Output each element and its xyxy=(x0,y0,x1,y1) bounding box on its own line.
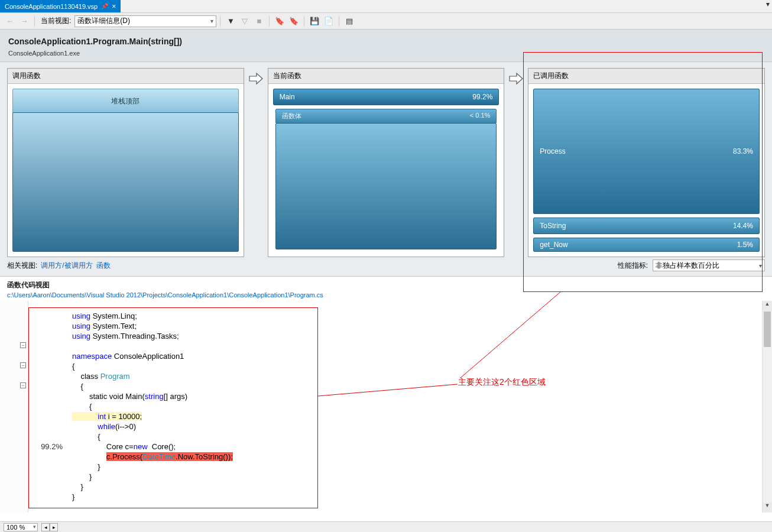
fold-icon[interactable]: − xyxy=(20,342,26,348)
view-select[interactable]: 函数详细信息(D) xyxy=(74,15,216,27)
hide-marker-icon[interactable]: 🔖 xyxy=(287,15,300,28)
related-views: 相关视图: 调用方/被调用方 函数 xyxy=(7,261,111,271)
clear-filter-icon[interactable]: ▽ xyxy=(238,15,251,28)
stop-icon[interactable]: ■ xyxy=(252,15,265,28)
current-function-body[interactable]: 函数体 < 0.1% xyxy=(275,109,497,124)
called-item-name: get_Now xyxy=(540,241,567,249)
scroll-down-icon[interactable]: ▼ xyxy=(763,502,772,512)
tab-filename: ConsoleApplication1130419.vsp xyxy=(5,3,98,10)
separator xyxy=(34,16,35,27)
view-select-value: 函数详细信息(D) xyxy=(77,16,130,26)
forward-button[interactable]: → xyxy=(18,15,31,28)
annotation-text: 主要关注这2个红色区域 xyxy=(458,377,546,388)
called-item-name: ToString xyxy=(540,222,566,230)
show-marker-icon[interactable]: 🔖 xyxy=(273,15,286,28)
zoom-value: 100 % xyxy=(7,524,25,531)
current-body-pct: < 0.1% xyxy=(470,112,491,121)
separator xyxy=(304,16,304,27)
tab-overflow-button[interactable]: ▾ xyxy=(764,0,772,12)
separator xyxy=(269,16,270,27)
view-label: 当前视图: xyxy=(38,16,73,26)
scroll-thumb[interactable] xyxy=(764,312,771,347)
hot-pct: 99.2% xyxy=(38,442,65,451)
current-panel-title: 当前函数 xyxy=(268,69,504,84)
called-item-getnow[interactable]: get_Now 1.5% xyxy=(533,238,760,252)
fold-icon[interactable]: − xyxy=(20,382,26,388)
vertical-scrollbar[interactable]: ▲ ▼ xyxy=(762,301,772,512)
current-function-panel: 当前函数 Main 99.2% 函数体 < 0.1% xyxy=(268,68,505,257)
horizontal-scroll-buttons: ◂ ▸ xyxy=(41,523,58,531)
close-icon[interactable]: × xyxy=(112,2,116,11)
metric-select[interactable]: 非独占样本数百分比 xyxy=(653,259,765,271)
link-functions[interactable]: 函数 xyxy=(96,261,111,271)
columns-icon[interactable]: ▤ xyxy=(343,15,356,28)
scroll-right-icon[interactable]: ▸ xyxy=(50,523,58,531)
called-item-tostring[interactable]: ToString 14.4% xyxy=(533,218,760,234)
filter-icon[interactable]: ▼ xyxy=(224,15,237,28)
current-fn-name: Main xyxy=(280,93,295,101)
current-body-label: 函数体 xyxy=(282,112,301,121)
current-fn-pct: 99.2% xyxy=(472,93,492,101)
tab-fill xyxy=(121,0,764,12)
calling-functions-panel: 调用函数 堆栈顶部 xyxy=(7,68,244,257)
tab-strip: ConsoleApplication1130419.vsp 📌 × ▾ xyxy=(0,0,772,13)
breadcrumb: ConsoleApplication1.Program.Main(string[… xyxy=(0,30,772,62)
current-function-main[interactable]: Main 99.2% xyxy=(273,89,499,105)
status-bar: 100 % ◂ ▸ xyxy=(0,521,772,532)
calling-panel-title: 调用函数 xyxy=(8,69,244,84)
tab-active[interactable]: ConsoleApplication1130419.vsp 📌 × xyxy=(0,0,121,12)
code-file-path: c:\Users\Aaron\Documents\Visual Studio 2… xyxy=(0,291,772,301)
fold-icon[interactable]: − xyxy=(20,362,26,368)
zoom-select[interactable]: 100 % xyxy=(4,523,38,531)
separator xyxy=(339,16,339,27)
code-view-title: 函数代码视图 xyxy=(0,277,772,291)
scroll-up-icon[interactable]: ▲ xyxy=(763,301,772,311)
separator xyxy=(220,16,220,27)
called-item-pct: 14.4% xyxy=(733,222,753,230)
percentage-column: 99.2% xyxy=(31,301,67,512)
code-editor[interactable]: − − − 99.2% using System.Linq; using Sys… xyxy=(0,301,772,512)
related-label: 相关视图: xyxy=(7,261,37,271)
called-item-name: Process xyxy=(540,147,565,155)
called-functions-panel: 已调用函数 Process 83.3% ToString 14.4% get_N… xyxy=(528,68,765,257)
current-fill-box xyxy=(275,123,497,249)
export-icon[interactable]: 📄 xyxy=(322,15,335,28)
called-item-pct: 1.5% xyxy=(737,241,753,249)
panels-row: 调用函数 堆栈顶部 当前函数 Main 99.2% 函数体 < 0.1% 已调用… xyxy=(0,62,772,259)
metric-box: 性能指标: 非独占样本数百分比 xyxy=(618,259,765,271)
called-item-pct: 83.3% xyxy=(733,147,753,155)
toolbar: ← → 当前视图: 函数详细信息(D) ▼ ▽ ■ 🔖 🔖 💾 📄 ▤ xyxy=(0,13,772,30)
metric-label: 性能指标: xyxy=(618,261,648,271)
code-lines: using System.Linq; using System.Text; us… xyxy=(72,301,772,502)
metric-value: 非独占样本数百分比 xyxy=(656,261,719,271)
page-title: ConsoleApplication1.Program.Main(string[… xyxy=(8,37,764,46)
calling-gradient-box xyxy=(12,112,239,252)
code-gutter: − − − xyxy=(0,301,28,512)
stack-top-block[interactable]: 堆栈顶部 xyxy=(12,89,239,114)
arrow-right-2 xyxy=(508,68,524,257)
back-button[interactable]: ← xyxy=(4,15,17,28)
pin-icon[interactable]: 📌 xyxy=(101,3,108,9)
called-item-process[interactable]: Process 83.3% xyxy=(533,89,760,214)
link-caller-callee[interactable]: 调用方/被调用方 xyxy=(41,261,92,271)
below-row: 相关视图: 调用方/被调用方 函数 性能指标: 非独占样本数百分比 xyxy=(0,259,772,277)
arrow-right-1 xyxy=(248,68,264,257)
page-subtitle: ConsoleApplication1.exe xyxy=(8,50,764,57)
called-panel-title: 已调用函数 xyxy=(528,69,764,84)
save-icon[interactable]: 💾 xyxy=(308,15,321,28)
scroll-left-icon[interactable]: ◂ xyxy=(41,523,50,531)
